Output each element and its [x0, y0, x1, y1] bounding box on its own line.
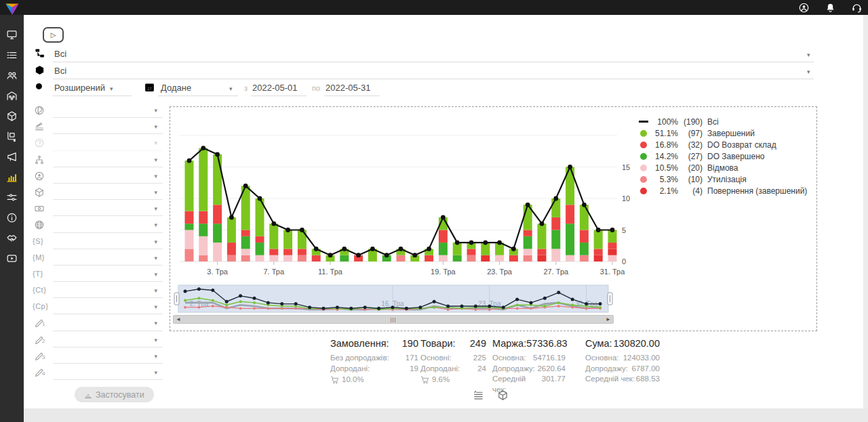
- date-from-input[interactable]: 2022-05-01: [252, 83, 298, 93]
- filter-select-1[interactable]: ▾: [33, 103, 163, 119]
- legend-item-5[interactable]: 10.5%(20)Відмова: [638, 162, 807, 173]
- legend-item-2[interactable]: 51.1%(97)Завершений: [638, 127, 807, 139]
- chevron-down-icon[interactable]: ▾: [154, 173, 157, 180]
- stat-sub-label: Середній чек:: [585, 374, 635, 385]
- chevron-down-icon[interactable]: ▾: [154, 156, 157, 163]
- legend-item-6[interactable]: 5.3%(10)Утилізація: [638, 173, 807, 185]
- legend-item-4[interactable]: 14.2%(27)DO Завершено: [638, 150, 807, 162]
- divider: [53, 232, 163, 233]
- chevron-down-icon[interactable]: ▾: [154, 123, 157, 130]
- svg-text:7. Тра: 7. Тра: [264, 268, 285, 276]
- date-to-input[interactable]: 2022-05-31: [326, 83, 371, 93]
- bell-icon[interactable]: [825, 2, 836, 14]
- stacked-bar-line-chart[interactable]: 3. Тра7. Тра11. Тра19. Тра23. Тра27. Тра…: [173, 110, 634, 279]
- chart-minimap-brush[interactable]: 2. Тра16. Тра23. Тра30. Тра: [173, 284, 614, 314]
- group-by-product-toggle[interactable]: [497, 389, 509, 401]
- filter-select-10[interactable]: {M}▾: [33, 251, 163, 267]
- chevron-down-icon[interactable]: ▾: [154, 369, 157, 376]
- apply-button[interactable]: Застосувати: [75, 387, 154, 402]
- legend-label: Всі: [707, 117, 719, 127]
- chevron-down-icon[interactable]: ▾: [154, 255, 157, 261]
- chevron-down-icon[interactable]: ▾: [110, 85, 113, 92]
- sidebar-item-video[interactable]: [0, 248, 24, 268]
- legend-label: Завершений: [707, 129, 755, 138]
- chevron-down-icon[interactable]: ▾: [154, 271, 157, 278]
- chevron-down-icon[interactable]: ▾: [229, 85, 233, 92]
- sidebar-item-dashboard[interactable]: [0, 24, 24, 45]
- chevron-down-icon[interactable]: ▾: [154, 140, 157, 146]
- group-by-status-toggle[interactable]: [473, 389, 484, 401]
- legend-item-3[interactable]: 16.8%(32)DO Возврат склад: [638, 139, 807, 150]
- sidebar-item-partners[interactable]: [0, 228, 24, 248]
- filter-select-4[interactable]: ▾: [33, 152, 163, 169]
- filter-select-12[interactable]: {Ct}▾: [33, 283, 163, 299]
- legend-item-7[interactable]: 2.1%(4)Повернення (завершений): [638, 185, 807, 196]
- right-scroll-area[interactable]: [863, 15, 868, 408]
- chevron-down-icon[interactable]: ▾: [154, 205, 157, 212]
- filter-select-15[interactable]: 2▾: [33, 333, 163, 349]
- stat-card-4: Сума:130820.00Основна:124033.00Допродажу…: [585, 338, 660, 385]
- search-type-select[interactable]: Розширений: [54, 83, 105, 93]
- scroll-left-icon[interactable]: ◄: [176, 316, 181, 322]
- legend-count: (32): [678, 140, 703, 150]
- filter-select-11[interactable]: {T}▾: [33, 267, 163, 283]
- chevron-down-icon[interactable]: ▾: [154, 320, 157, 326]
- chevron-down-icon[interactable]: ▾: [154, 221, 157, 228]
- filter-select-14[interactable]: 1▾: [33, 316, 163, 332]
- chevron-down-icon[interactable]: ▾: [154, 337, 157, 343]
- support-icon[interactable]: [851, 2, 863, 14]
- legend-label: DO Завершено: [707, 152, 764, 161]
- sidebar-item-statistics[interactable]: [0, 167, 24, 187]
- sidebar-item-products[interactable]: [0, 106, 24, 126]
- help-icon: [34, 138, 45, 148]
- chevron-down-icon[interactable]: ▾: [154, 107, 157, 114]
- filter-select-3[interactable]: ▾: [33, 135, 163, 152]
- chevron-down-icon[interactable]: ▾: [154, 287, 157, 294]
- stat-sub-label: Допродажу:: [585, 364, 628, 375]
- sidebar-item-clients[interactable]: [0, 65, 24, 85]
- filter-select-7[interactable]: ▾: [33, 201, 163, 217]
- status-filter-select[interactable]: Всі: [54, 49, 66, 59]
- svg-text:5: 5: [622, 226, 626, 234]
- tutorial-play-button[interactable]: ▷: [43, 27, 64, 43]
- filter-select-17[interactable]: 4▾: [33, 365, 163, 381]
- legend-item-1[interactable]: 100%(190)Всі: [638, 116, 807, 127]
- chart-scrollbar[interactable]: ◄ ||| ►: [173, 315, 614, 324]
- dot-swatch: [640, 188, 647, 194]
- chevron-down-icon[interactable]: ▾: [154, 189, 157, 196]
- product-filter-select[interactable]: Всі: [54, 66, 66, 76]
- dot-swatch: [640, 142, 647, 148]
- svg-text:19. Тра: 19. Тра: [431, 268, 456, 276]
- chevron-down-icon[interactable]: ▾: [807, 68, 810, 75]
- filter-select-9[interactable]: {S}▾: [33, 234, 163, 251]
- app-logo[interactable]: [3, 1, 22, 20]
- stat-sub-label: Допродані:: [330, 364, 370, 375]
- divider: [53, 133, 163, 134]
- stat-value: 130820.00: [613, 338, 660, 349]
- sidebar-item-settings[interactable]: [0, 187, 24, 207]
- chevron-down-icon[interactable]: ▾: [154, 238, 157, 245]
- stat-card-3: Маржа:57336.83Основна:54716.19Допродажу:…: [492, 338, 566, 395]
- scroll-right-icon[interactable]: ►: [606, 316, 611, 322]
- sidebar-item-orders[interactable]: [0, 45, 24, 65]
- dot-swatch: [640, 130, 647, 137]
- stat-label: Товари:: [420, 338, 456, 349]
- filter-select-5[interactable]: ▾: [33, 169, 163, 185]
- chevron-down-icon[interactable]: ▾: [154, 303, 157, 310]
- filter-select-2[interactable]: ▾: [33, 119, 163, 135]
- brush-handle-right[interactable]: [608, 293, 612, 305]
- filter-select-16[interactable]: 3▾: [33, 349, 163, 365]
- user-icon[interactable]: [798, 2, 810, 14]
- brush-handle-left[interactable]: [174, 293, 179, 305]
- scrollbar-grip[interactable]: |||: [390, 316, 396, 322]
- date-field-select[interactable]: Додане: [161, 83, 191, 93]
- sidebar-item-warehouse[interactable]: [0, 85, 24, 106]
- sidebar-item-marketing[interactable]: [0, 146, 24, 167]
- chevron-down-icon[interactable]: ▾: [154, 353, 157, 360]
- filter-select-8[interactable]: ▾: [33, 217, 163, 234]
- sidebar-item-supply[interactable]: [0, 126, 24, 146]
- chevron-down-icon[interactable]: ▾: [807, 51, 810, 58]
- sidebar-item-info[interactable]: [0, 207, 24, 228]
- filter-select-6[interactable]: ▾: [33, 185, 163, 201]
- filter-select-13[interactable]: {Cp}▾: [33, 299, 163, 316]
